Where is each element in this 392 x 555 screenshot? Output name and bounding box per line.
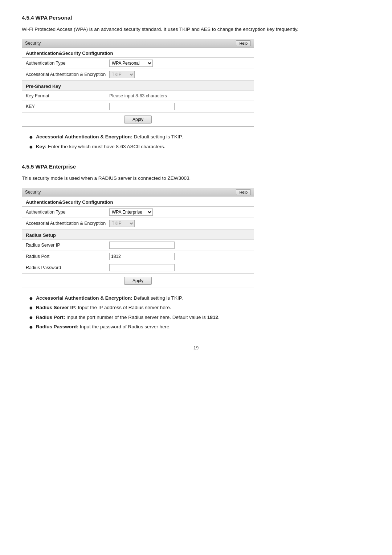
panel2-title: Security — [25, 190, 41, 195]
panel2-apply-button[interactable]: Apply — [124, 277, 152, 285]
panel1-acc-select[interactable]: TKIP — [109, 71, 135, 78]
panel2-auth-row: Authentication Type WPA Enterprise — [22, 207, 254, 218]
section2-bullet-3-bold-1812: 1812 — [207, 315, 218, 320]
panel2-radius-server-input[interactable] — [109, 242, 175, 249]
panel1-key-label: KEY — [26, 104, 109, 109]
panel1-auth-label: Authentication Type — [26, 61, 109, 66]
section2-bullets: ● Accessorial Authentication & Encryptio… — [29, 295, 370, 331]
panel2-radius-password-input[interactable] — [109, 264, 175, 271]
section2-bullet-1: ● Accessorial Authentication & Encryptio… — [29, 295, 370, 302]
panel1-apply-button[interactable]: Apply — [124, 116, 152, 123]
section2-bullet-3-text: Radius Port: Input the port number of th… — [36, 314, 220, 321]
section2-bullet-3-normal: Input the port number of the Radius serv… — [66, 315, 220, 320]
panel2-radius-server-row: Radius Server IP — [22, 240, 254, 251]
section2-bullet-2-bold: Radius Server IP: — [36, 305, 77, 310]
section2-bullet-4-normal: Input the password of Radius server here… — [80, 324, 171, 329]
section1-bullet-2-bold: Key: — [36, 144, 46, 149]
panel2-titlebar: Security Help — [22, 188, 254, 197]
section1-bullet-1-text: Accessorial Authentication & Encryption:… — [36, 133, 183, 141]
section2-bullet-4-bold: Radius Password: — [36, 324, 78, 329]
panel2-content: Authentication&Security Configuration Au… — [22, 197, 254, 288]
panel1-titlebar: Security Help — [22, 39, 254, 48]
panel2-config-title: Authentication&Security Configuration — [22, 197, 254, 207]
panel2-radius-port-row: Radius Port — [22, 251, 254, 262]
section2-bullet-2-text: Radius Server IP: Input the IP address o… — [36, 304, 171, 311]
panel2-radius-port-label: Radius Port — [26, 254, 109, 259]
panel1-help-button[interactable]: Help — [236, 40, 251, 46]
panel1-keyformat-text: Please input 8-63 characters — [109, 93, 167, 98]
bullet-dot-s2-3: ● — [29, 314, 33, 321]
bullet-dot-s2-1: ● — [29, 295, 33, 301]
section1-heading: 4.5.4 WPA Personal — [22, 15, 370, 21]
section1-bullet-2-normal: Enter the key which must have 8-63 ASCII… — [48, 144, 165, 149]
panel1-keyformat-value: Please input 8-63 characters — [109, 93, 167, 98]
panel2-subheader: Radius Setup — [22, 229, 254, 240]
security-panel-2: Security Help Authentication&Security Co… — [22, 188, 254, 288]
section2-description: This security mode is used when a RADIUS… — [22, 175, 370, 182]
bullet-dot-s2-4: ● — [29, 324, 33, 330]
section2-bullet-2: ● Radius Server IP: Input the IP address… — [29, 304, 370, 311]
section2-bullet-1-text: Accessorial Authentication & Encryption:… — [36, 295, 183, 302]
panel1-key-row: KEY — [22, 101, 254, 112]
section1-bullet-1: ● Accessorial Authentication & Encryptio… — [29, 133, 370, 141]
section2-heading: 4.5.5 WPA Enterprise — [22, 163, 370, 170]
panel1-keyformat-row: Key Format Please input 8-63 characters — [22, 91, 254, 101]
section2-bullet-3: ● Radius Port: Input the port number of … — [29, 314, 370, 321]
bullet-dot-1: ● — [29, 134, 33, 140]
panel1-title: Security — [25, 41, 41, 46]
panel1-key-control — [109, 103, 175, 110]
page-number: 19 — [22, 345, 370, 351]
section2-bullet-2-normal: Input the IP address of Radius server he… — [78, 305, 171, 310]
panel1-acc-row: Accessorial Authentication & Encryption … — [22, 69, 254, 80]
panel1-config-title: Authentication&Security Configuration — [22, 48, 254, 58]
panel2-acc-control: TKIP — [109, 220, 135, 227]
panel1-auth-row: Authentication Type WPA Personal — [22, 58, 254, 69]
panel1-auth-control: WPA Personal — [109, 60, 153, 67]
panel1-acc-control: TKIP — [109, 71, 135, 78]
section1-bullet-2-text: Key: Enter the key which must have 8-63 … — [36, 143, 165, 150]
panel2-radius-server-label: Radius Server IP — [26, 243, 109, 248]
section1-description: Wi-Fi Protected Access (WPA) is an advan… — [22, 26, 370, 33]
panel1-keyformat-label: Key Format — [26, 93, 109, 98]
panel2-help-button[interactable]: Help — [236, 189, 251, 195]
panel2-radius-port-control — [109, 253, 175, 260]
panel2-radius-password-control — [109, 264, 175, 271]
panel2-radius-password-row: Radius Password — [22, 262, 254, 274]
panel1-subheader: Pre-Shared Key — [22, 80, 254, 91]
section2-bullet-4-text: Radius Password: Input the password of R… — [36, 323, 171, 331]
section2-bullet-4: ● Radius Password: Input the password of… — [29, 323, 370, 331]
panel2-radius-password-label: Radius Password — [26, 265, 109, 270]
panel2-apply-row: Apply — [22, 274, 254, 288]
section1-bullets: ● Accessorial Authentication & Encryptio… — [29, 133, 370, 150]
section-wpa-enterprise: 4.5.5 WPA Enterprise This security mode … — [22, 163, 370, 331]
section1-bullet-1-bold: Accessorial Authentication & Encryption: — [36, 134, 132, 139]
panel2-acc-select[interactable]: TKIP — [109, 220, 135, 227]
security-panel-1: Security Help Authentication&Security Co… — [22, 39, 254, 127]
panel2-radius-port-input[interactable] — [109, 253, 175, 260]
bullet-dot-s2-2: ● — [29, 304, 33, 311]
panel2-auth-control: WPA Enterprise — [109, 208, 153, 216]
panel1-key-input[interactable] — [109, 103, 175, 110]
panel1-acc-label: Accessorial Authentication & Encryption — [26, 72, 109, 77]
panel2-auth-label: Authentication Type — [26, 210, 109, 215]
section2-bullet-1-bold: Accessorial Authentication & Encryption: — [36, 295, 132, 301]
section2-bullet-3-bold: Radius Port: — [36, 315, 65, 320]
section1-bullet-1-normal: Default setting is TKIP. — [134, 134, 183, 139]
section1-bullet-2: ● Key: Enter the key which must have 8-6… — [29, 143, 370, 150]
panel2-auth-select[interactable]: WPA Enterprise — [109, 208, 153, 216]
panel1-content: Authentication&Security Configuration Au… — [22, 48, 254, 126]
section2-bullet-1-normal: Default setting is TKIP. — [134, 295, 183, 301]
panel1-auth-select[interactable]: WPA Personal — [109, 60, 153, 67]
section-wpa-personal: 4.5.4 WPA Personal Wi-Fi Protected Acces… — [22, 15, 370, 150]
bullet-dot-2: ● — [29, 143, 33, 150]
panel1-apply-row: Apply — [22, 112, 254, 126]
panel2-radius-server-control — [109, 242, 175, 249]
panel2-acc-label: Accessorial Authentication & Encryption — [26, 221, 109, 226]
panel2-acc-row: Accessorial Authentication & Encryption … — [22, 218, 254, 229]
